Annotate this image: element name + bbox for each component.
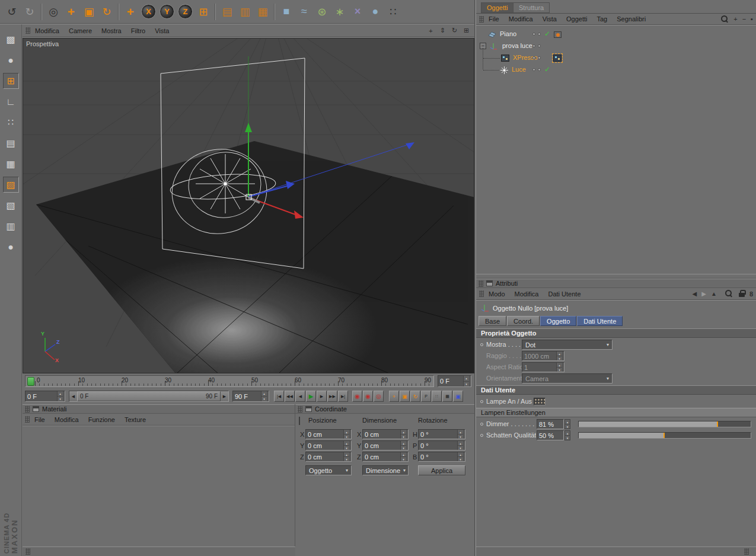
texture-axis-mode-icon[interactable]: ▧ [3, 197, 19, 213]
light-object-icon[interactable] [500, 66, 509, 75]
rotate-view-icon[interactable]: ↻ [449, 26, 460, 36]
spinner[interactable] [400, 430, 406, 439]
enabled-check-icon[interactable] [544, 65, 550, 74]
search-icon[interactable] [721, 15, 729, 23]
menu-modifica[interactable]: Modifica [510, 290, 544, 298]
position-mode-dropdown[interactable]: Oggetto [305, 465, 352, 475]
materials-titlebar[interactable]: Materiali [23, 404, 295, 414]
resize-grip-icon[interactable] [744, 548, 749, 555]
timeline-playhead[interactable] [27, 377, 34, 386]
menu-mostra[interactable]: Mostra [97, 27, 126, 34]
record-parameter-toggle[interactable]: P [421, 391, 431, 402]
spinner[interactable] [556, 363, 562, 372]
range-left-arrow[interactable] [69, 391, 77, 401]
parent-object-icon[interactable]: ▲ [711, 290, 717, 297]
workplane-mode-icon[interactable]: ▥ [3, 218, 19, 234]
tab-struttura[interactable]: Struttura [513, 2, 550, 13]
coordinate-system-icon[interactable]: ⊞ [194, 3, 212, 21]
horizontal-splitter[interactable] [476, 274, 756, 279]
menu-modifica[interactable]: Modifica [30, 27, 64, 34]
range-right-arrow[interactable] [221, 391, 228, 401]
record-pla-toggle[interactable]: ∷ [432, 391, 442, 402]
object-label[interactable]: Luce [512, 66, 526, 73]
dimmer-spinner[interactable] [564, 419, 570, 429]
keyframe-selection-toggle[interactable]: ▦ [442, 391, 452, 402]
section-dati-utente[interactable]: Dati Utente [476, 385, 756, 395]
viewport-render-mode-icon[interactable]: ● [3, 239, 19, 255]
previous-key-button[interactable]: ◀◀ [285, 391, 295, 402]
dim-y-field[interactable]: 0 cm [362, 440, 409, 450]
spinner[interactable] [556, 352, 562, 360]
rot-p-field[interactable]: 0 ° [418, 440, 465, 450]
texture-mode-icon[interactable]: ▨ [3, 177, 19, 193]
toggle-view-icon[interactable]: ⊞ [461, 26, 471, 36]
tab-dati-utente[interactable]: Dati Utente [577, 316, 623, 326]
range-end-field[interactable]: 90 F [232, 391, 269, 402]
tree-row-prova-luce[interactable]: prova luce [476, 40, 756, 52]
visibility-dot-render[interactable] [538, 33, 541, 36]
timeline-ruler[interactable]: 0 10 20 30 40 50 60 70 80 90 [25, 375, 434, 387]
dimension-mode-dropdown[interactable]: Dimensione [362, 465, 409, 475]
object-label[interactable]: prova luce [502, 42, 532, 49]
play-button[interactable]: ▶ [306, 391, 316, 402]
orientamento-dropdown[interactable]: Camera [522, 373, 613, 384]
attributes-resize-strip[interactable] [476, 547, 756, 556]
next-key-button[interactable]: ▶▶ [327, 391, 337, 402]
panel-grip-icon[interactable] [25, 406, 30, 413]
pos-x-field[interactable]: 0 cm [305, 429, 352, 439]
goto-end-button[interactable]: ▶| [338, 391, 348, 402]
group-lampen-einstellungen[interactable]: Lampen Einstellungen [476, 408, 756, 417]
apply-button[interactable]: Applica [418, 465, 465, 475]
plane-object-icon[interactable] [487, 30, 497, 39]
panel-grip-icon[interactable] [479, 290, 484, 297]
tab-oggetti[interactable]: Oggetti [481, 2, 513, 13]
animation-dot[interactable] [480, 423, 483, 426]
panel-grip-icon[interactable] [479, 16, 484, 23]
lampe-an-aus-toggle[interactable] [534, 398, 546, 405]
history-forward-icon[interactable]: ▶ [701, 290, 706, 297]
goto-start-button[interactable]: |◀ [274, 391, 284, 402]
menu-oggetti[interactable]: Oggetti [562, 15, 592, 23]
materials-resize-strip[interactable] [23, 547, 295, 556]
add-deformer-icon[interactable]: × [349, 3, 366, 21]
autokeying-button[interactable]: ◉ [363, 391, 373, 402]
menu-file[interactable]: File [30, 416, 50, 423]
animation-dot[interactable] [480, 434, 483, 437]
layer-icon[interactable]: ▪ [751, 15, 753, 23]
mostra-dropdown[interactable]: Dot [522, 340, 613, 350]
panel-grip-icon[interactable] [25, 416, 30, 423]
range-thumb[interactable]: 0 F 90 F [77, 391, 221, 401]
edges-mode-icon[interactable]: ▤ [3, 135, 19, 151]
spinner[interactable] [343, 430, 349, 439]
menu-tag[interactable]: Tag [592, 15, 612, 23]
dim-z-field[interactable]: 0 cm [362, 452, 409, 462]
previous-frame-button[interactable]: ◀ [295, 391, 305, 402]
make-editable-icon[interactable]: ▩ [3, 31, 19, 47]
range-start-spinner[interactable] [57, 391, 63, 401]
menu-funzione[interactable]: Funzione [84, 416, 120, 423]
add-filter-icon[interactable]: + [733, 15, 737, 23]
visibility-dot-editor[interactable] [532, 68, 535, 71]
spinner[interactable] [343, 452, 349, 461]
menu-file[interactable]: File [484, 15, 504, 23]
schatten-field[interactable]: 50 % [537, 430, 564, 440]
xpresso-object-icon[interactable] [501, 55, 509, 62]
render-picture-viewer-icon[interactable]: ▥ [236, 3, 254, 21]
rotate-tool-icon[interactable]: ↻ [98, 3, 116, 21]
attributes-titlebar[interactable]: Attributi [476, 279, 756, 288]
record-scale-toggle[interactable]: ▣ [400, 391, 410, 402]
render-settings-icon[interactable]: ▦ [254, 3, 272, 21]
record-selected-button[interactable]: ◎ [374, 391, 384, 402]
add-modeling-icon[interactable]: ∗ [331, 3, 349, 21]
visibility-dot-editor[interactable] [532, 33, 535, 36]
panel-grip-icon[interactable] [25, 27, 30, 34]
schatten-spinner[interactable] [564, 430, 570, 440]
lock-z-axis-button[interactable]: Z [178, 4, 193, 19]
record-position-toggle[interactable]: + [389, 391, 399, 402]
menu-segnalibri[interactable]: Segnalibri [612, 15, 650, 23]
redo-icon[interactable]: ↻ [21, 3, 39, 21]
menu-modifica[interactable]: Modifica [504, 15, 538, 23]
add-scene-object-icon[interactable]: ● [366, 3, 384, 21]
lock-x-axis-button[interactable]: X [141, 4, 156, 19]
dimmer-slider[interactable] [578, 421, 751, 427]
